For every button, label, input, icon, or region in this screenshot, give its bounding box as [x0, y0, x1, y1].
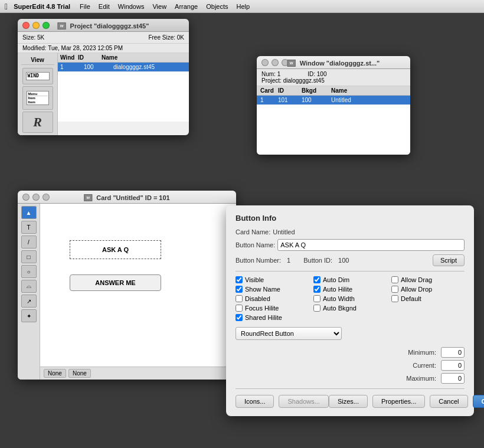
checkbox-allowdrop-input[interactable]: [391, 286, 398, 293]
menu-objects[interactable]: Objects: [206, 3, 228, 10]
properties-button[interactable]: Properties...: [372, 395, 425, 408]
right-btn-group: Sizes... Properties... Cancel OK: [329, 395, 484, 408]
card-titlebar[interactable]: W Card "Untitled" ID = 101: [18, 191, 236, 204]
panel-bottom-buttons: Icons... Shadows... Sizes... Properties.…: [236, 395, 465, 408]
button-style-dropdown[interactable]: RoundRect Button Standard Button Transpa…: [236, 327, 342, 340]
tool-poly[interactable]: ✦: [21, 309, 37, 322]
icons-button[interactable]: Icons...: [236, 395, 274, 408]
menu-file[interactable]: File: [80, 3, 90, 10]
close-button-card[interactable]: [22, 194, 30, 201]
checkbox-default-input[interactable]: [391, 295, 398, 302]
button-name-input[interactable]: [277, 239, 465, 251]
project-free-size: Free Size: 0K: [148, 34, 184, 41]
checkbox-disabled[interactable]: Disabled: [236, 295, 309, 302]
project-sidebar: View WIND Menu Item Item R: [18, 53, 58, 135]
checkbox-sharedhilite-input[interactable]: [236, 314, 243, 321]
tool-rect[interactable]: □: [21, 250, 37, 263]
checkbox-allowdrag[interactable]: Allow Drag: [391, 276, 465, 283]
current-row: Current:: [236, 360, 465, 371]
card-row[interactable]: 1 101 100 Untitled: [257, 96, 410, 105]
checkbox-autowidth-input[interactable]: [313, 295, 321, 302]
cancel-button[interactable]: Cancel: [430, 395, 467, 408]
tool-grid[interactable]: ⌓: [21, 280, 37, 293]
current-input[interactable]: [441, 360, 465, 371]
button-info-panel: Button Info Card Name: Untitled Button N…: [226, 205, 474, 416]
status-none-2: None: [68, 369, 91, 378]
checkbox-autobkgnd[interactable]: Auto Bkgnd: [313, 305, 387, 312]
window-icon: W: [58, 22, 66, 30]
checkbox-autohilite[interactable]: Auto Hilite: [313, 286, 387, 293]
zoom-button-card[interactable]: [42, 194, 50, 201]
checkbox-allowdrop[interactable]: Allow Drop: [391, 286, 465, 293]
card-editor-window: W Card "Untitled" ID = 101 ▲ T / □ ○ ⌓ ↗…: [18, 191, 236, 380]
menu-windows[interactable]: Windows: [118, 3, 145, 10]
checkbox-focushilite-input[interactable]: [236, 305, 243, 312]
project-modified: Modified: Tue, Mar 28, 2023 12:05 PM: [18, 44, 189, 53]
minimum-input[interactable]: [441, 347, 465, 358]
menu-view[interactable]: View: [152, 3, 166, 10]
checkbox-showname-input[interactable]: [236, 286, 243, 293]
checkbox-visible-input[interactable]: [236, 276, 243, 283]
button-name-label: Button Name:: [236, 241, 275, 248]
checkbox-autohilite-label: Auto Hilite: [323, 286, 352, 293]
checkbox-autobkgnd-input[interactable]: [313, 305, 321, 312]
checkbox-sharedhilite-label: Shared Hilite: [245, 314, 282, 321]
button-number-row: Button Number: 1 Button ID: 100 Script: [236, 254, 465, 266]
card-statusbar: None None: [40, 367, 236, 380]
checkbox-autodim-label: Auto Dim: [323, 276, 349, 283]
table-row[interactable]: 1 100 dialoggggz.st45: [58, 63, 189, 72]
window-palette-titlebar[interactable]: W Window "dialoggggz.st...": [257, 56, 410, 69]
close-button[interactable]: [22, 22, 30, 29]
checkbox-visible[interactable]: Visible: [236, 276, 309, 283]
checkbox-default[interactable]: Default: [391, 295, 465, 302]
minimum-row: Minimum:: [236, 347, 465, 358]
script-button[interactable]: Script: [433, 254, 465, 266]
ok-button[interactable]: OK: [473, 395, 484, 408]
checkbox-showname[interactable]: Show Name: [236, 286, 309, 293]
checkbox-autodim-input[interactable]: [313, 276, 321, 283]
card-canvas[interactable]: ASK A Q ANSWER ME: [40, 204, 236, 367]
button-number-value: 1: [287, 257, 290, 264]
sidebar-wind-icon[interactable]: WIND: [22, 68, 53, 84]
zoom-button[interactable]: [42, 22, 50, 29]
tool-bezier[interactable]: ↗: [21, 295, 37, 308]
checkbox-showname-label: Show Name: [245, 286, 280, 293]
project-titlebar[interactable]: W Project "dialoggggz.st45": [18, 19, 189, 32]
tool-text[interactable]: T: [21, 221, 37, 234]
window-palette-body: Num: 1 ID: 100 Project: dialoggggz.st45 …: [257, 69, 410, 155]
left-btn-group: Icons... Shadows...: [236, 395, 329, 408]
minimize-button[interactable]: [32, 22, 40, 29]
menu-help[interactable]: Help: [237, 3, 250, 10]
tool-oval[interactable]: ○: [21, 265, 37, 278]
ask-a-q-button[interactable]: ASK A Q: [70, 240, 161, 259]
sizes-button[interactable]: Sizes...: [329, 395, 368, 408]
menu-edit[interactable]: Edit: [99, 3, 110, 10]
tool-arrow[interactable]: ▲: [21, 206, 37, 219]
button-id-value: 100: [338, 257, 349, 264]
shadows-button[interactable]: Shadows...: [279, 395, 328, 408]
card-name-row: Card Name: Untitled: [236, 228, 465, 236]
apple-menu[interactable]: : [5, 2, 8, 11]
maximum-input[interactable]: [441, 373, 465, 384]
answer-me-button[interactable]: ANSWER ME: [70, 274, 161, 291]
divider2: [236, 388, 465, 389]
checkbox-autodim[interactable]: Auto Dim: [313, 276, 387, 283]
sidebar-resource-icon[interactable]: R: [22, 112, 53, 133]
project-window-body: Size: 5K Free Size: 0K Modified: Tue, Ma…: [18, 32, 189, 135]
checkbox-sharedhilite[interactable]: Shared Hilite: [236, 314, 309, 321]
sidebar-menu-icon[interactable]: Menu Item Item: [22, 86, 53, 110]
checkbox-focushilite[interactable]: Focus Hilite: [236, 305, 309, 312]
card-name-value: Untitled: [273, 228, 295, 236]
tool-line[interactable]: /: [21, 236, 37, 248]
minimize-button-palette[interactable]: [272, 59, 279, 66]
checkbox-allowdrag-input[interactable]: [391, 276, 398, 283]
menu-arrange[interactable]: Arrange: [175, 3, 198, 10]
traffic-lights-palette: [261, 59, 289, 66]
checkbox-autohilite-input[interactable]: [313, 286, 321, 293]
minimum-label: Minimum:: [408, 349, 436, 356]
checkbox-disabled-input[interactable]: [236, 295, 243, 302]
button-number-label: Button Number:: [236, 257, 281, 264]
close-button-palette[interactable]: [261, 59, 269, 66]
minimize-button-card[interactable]: [32, 194, 40, 201]
checkbox-autowidth[interactable]: Auto Width: [313, 295, 387, 302]
